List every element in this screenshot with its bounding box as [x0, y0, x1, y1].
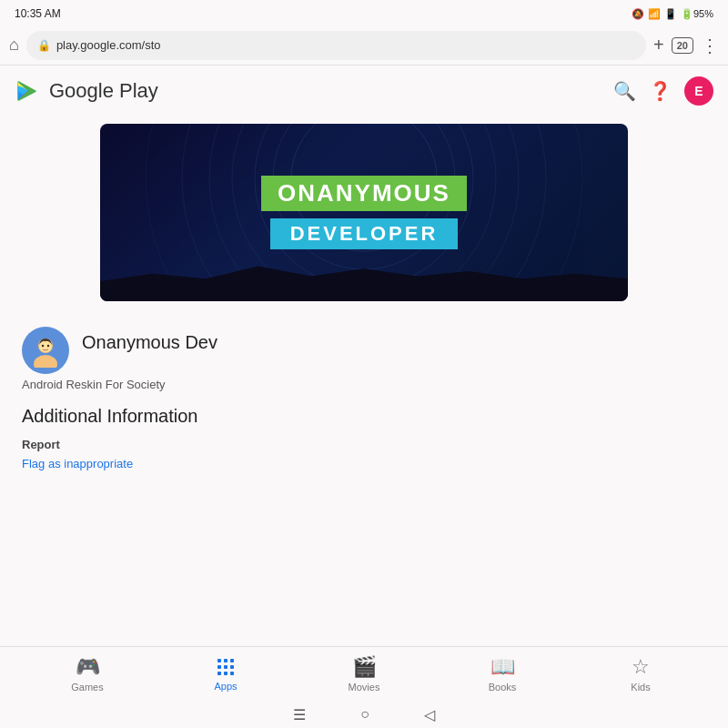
more-options-icon[interactable]: ⋮: [701, 35, 719, 56]
system-back-icon[interactable]: ◁: [424, 706, 435, 723]
status-icons: 🔕 📶 📱 🔋95%: [632, 8, 713, 20]
help-icon[interactable]: ❓: [649, 80, 672, 102]
movies-icon: 🎬: [352, 655, 377, 679]
wifi-icon: 📶: [648, 8, 661, 20]
svg-point-8: [34, 355, 57, 368]
additional-info-title: Additional Information: [22, 406, 706, 427]
svg-rect-15: [217, 665, 221, 669]
apps-label: Apps: [214, 681, 237, 692]
url-text: play.google.com/sto: [56, 38, 161, 52]
banner-line2: DEVELOPER: [270, 218, 459, 249]
svg-rect-13: [224, 659, 228, 662]
developer-subtitle: Android Reskin For Society: [0, 378, 728, 391]
gplay-logo: [15, 78, 40, 104]
browser-bar: ⌂ 🔒 play.google.com/sto + 20 ⋮: [0, 25, 728, 66]
svg-point-11: [47, 345, 49, 347]
mute-icon: 🔕: [632, 8, 644, 20]
nav-item-kids[interactable]: ☆ Kids: [613, 655, 668, 693]
gplay-title: Google Play: [49, 79, 604, 103]
developer-avatar: [22, 327, 69, 374]
gplay-header: Google Play 🔍 ❓ E: [0, 66, 728, 116]
svg-rect-19: [224, 672, 228, 675]
battery-icon: 🔋95%: [681, 8, 713, 20]
kids-label: Kids: [631, 682, 650, 693]
user-avatar[interactable]: E: [684, 76, 713, 106]
hero-banner: ONANYMOUS DEVELOPER: [100, 124, 628, 301]
svg-rect-17: [230, 665, 234, 669]
status-time: 10:35 AM: [15, 7, 61, 20]
status-bar: 10:35 AM 🔕 📶 📱 🔋95%: [0, 0, 728, 25]
browser-home-icon[interactable]: ⌂: [9, 35, 19, 55]
nav-item-books[interactable]: 📖 Books: [475, 655, 530, 693]
svg-rect-12: [217, 659, 221, 662]
developer-name: Onanymous Dev: [82, 332, 217, 353]
games-label: Games: [71, 682, 103, 693]
flag-inappropriate-link[interactable]: Flag as inappropriate: [22, 457, 133, 470]
kids-icon: ☆: [632, 655, 650, 679]
system-nav: ☰ ○ ◁: [0, 701, 728, 728]
apps-icon: [215, 656, 237, 678]
url-security-icon: 🔒: [37, 39, 51, 52]
svg-rect-18: [217, 672, 221, 675]
browser-actions: + 20 ⋮: [653, 35, 719, 56]
signal-icon: 📱: [664, 8, 677, 20]
gplay-actions: 🔍 ❓ E: [613, 76, 713, 106]
search-icon[interactable]: 🔍: [613, 80, 636, 102]
bottom-nav: 🎮 Games Apps 🎬 Movies 📖 Books ☆ Kids: [0, 646, 728, 701]
developer-section: Onanymous Dev: [0, 308, 728, 383]
url-bar[interactable]: 🔒 play.google.com/sto: [26, 31, 646, 60]
avatar-person-icon: [28, 333, 63, 368]
additional-section: Additional Information Report Flag as in…: [0, 397, 728, 480]
books-icon: 📖: [490, 655, 515, 679]
system-menu-icon[interactable]: ☰: [293, 706, 306, 723]
banner-container: ONANYMOUS DEVELOPER: [0, 116, 728, 308]
games-icon: 🎮: [76, 655, 100, 679]
tab-count[interactable]: 20: [672, 37, 693, 54]
books-label: Books: [489, 682, 517, 693]
svg-rect-20: [230, 672, 234, 675]
nav-item-apps[interactable]: Apps: [198, 656, 253, 692]
add-tab-icon[interactable]: +: [653, 35, 664, 56]
svg-rect-16: [224, 665, 228, 669]
banner-line1: ONANYMOUS: [261, 176, 467, 211]
nav-item-movies[interactable]: 🎬 Movies: [337, 655, 391, 693]
system-home-icon[interactable]: ○: [360, 706, 369, 723]
svg-point-10: [42, 345, 44, 347]
report-label: Report: [22, 438, 706, 451]
movies-label: Movies: [349, 682, 380, 693]
svg-rect-14: [230, 659, 234, 662]
nav-item-games[interactable]: 🎮 Games: [60, 655, 115, 693]
